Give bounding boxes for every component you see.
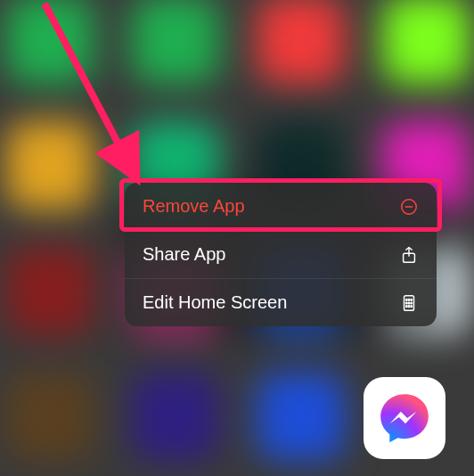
edit-home-icon [399,293,419,313]
menu-item-share-app[interactable]: Share App [125,230,437,278]
svg-point-6 [411,299,413,300]
context-menu: Remove App Share App Edit Home Screen [125,183,437,326]
messenger-icon [375,389,434,447]
svg-point-12 [411,305,413,307]
svg-point-10 [405,305,407,307]
svg-point-4 [405,299,407,300]
svg-point-8 [408,302,410,304]
remove-icon [399,197,419,217]
menu-item-edit-home-screen[interactable]: Edit Home Screen [125,278,437,326]
menu-item-label: Share App [143,244,225,265]
svg-point-11 [408,305,410,307]
menu-item-label: Edit Home Screen [143,292,287,313]
messenger-app-icon[interactable] [364,377,445,459]
svg-point-5 [408,299,410,300]
share-icon [399,245,419,265]
svg-point-9 [411,302,413,304]
menu-item-label: Remove App [143,196,245,217]
svg-point-7 [405,302,407,304]
menu-item-remove-app[interactable]: Remove App [125,183,437,230]
